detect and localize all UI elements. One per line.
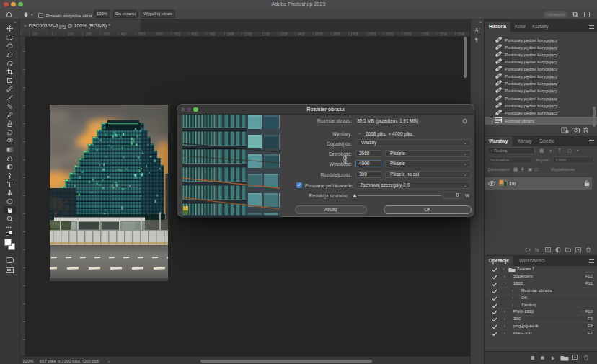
svg-text:fx: fx [535,247,539,252]
